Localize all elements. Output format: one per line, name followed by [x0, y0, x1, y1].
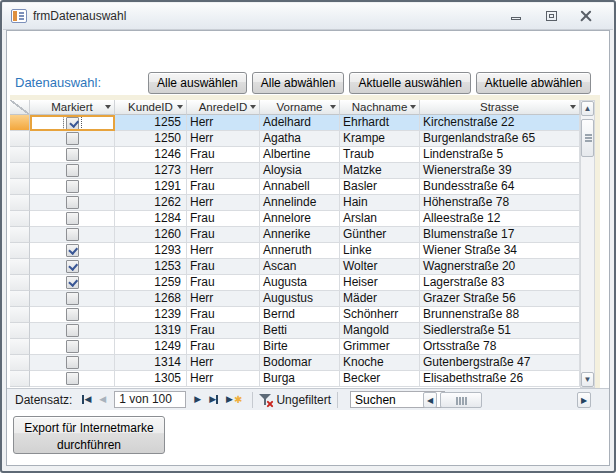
row-selector[interactable] [10, 291, 30, 307]
strasse-cell[interactable]: Ortsstraße 78 [420, 339, 580, 355]
markiert-cell[interactable] [30, 163, 115, 179]
strasse-cell[interactable]: Wagnerstraße 20 [420, 259, 580, 275]
strasse-cell[interactable]: Bundesstraße 64 [420, 179, 580, 195]
checkbox-unchecked-icon[interactable] [66, 292, 79, 305]
checkbox-unchecked-icon[interactable] [66, 324, 79, 337]
vertical-scrollbar-thumb[interactable] [581, 119, 594, 157]
anredeid-cell[interactable]: Frau [187, 275, 260, 291]
anredeid-cell[interactable]: Frau [187, 339, 260, 355]
selection-button-0[interactable]: Alle auswählen [148, 72, 247, 94]
kundeid-cell[interactable]: 1259 [115, 275, 187, 291]
row-selector[interactable] [10, 275, 30, 291]
strasse-cell[interactable]: Wienerstraße 39 [420, 163, 580, 179]
kundeid-cell[interactable]: 1293 [115, 243, 187, 259]
kundeid-cell[interactable]: 1239 [115, 307, 187, 323]
checkbox-unchecked-icon[interactable] [66, 132, 79, 145]
vorname-cell[interactable]: Agatha [260, 131, 340, 147]
vorname-cell[interactable]: Anneruth [260, 243, 340, 259]
vorname-cell[interactable]: Birte [260, 339, 340, 355]
column-header-kundeid[interactable]: KundeID [115, 100, 187, 115]
column-dropdown-icon[interactable] [330, 105, 336, 109]
vorname-cell[interactable]: Annerike [260, 227, 340, 243]
kundeid-cell[interactable]: 1314 [115, 355, 187, 371]
kundeid-cell[interactable]: 1305 [115, 371, 187, 387]
scroll-down-icon[interactable]: ▼ [581, 372, 594, 387]
anredeid-cell[interactable]: Frau [187, 259, 260, 275]
nachname-cell[interactable]: Krampe [340, 131, 420, 147]
nachname-cell[interactable]: Traub [340, 147, 420, 163]
selection-button-3[interactable]: Aktuelle abwählen [476, 72, 591, 94]
anredeid-cell[interactable]: Herr [187, 195, 260, 211]
kundeid-cell[interactable]: 1255 [115, 115, 187, 131]
row-selector[interactable] [10, 371, 30, 387]
strasse-cell[interactable]: Blumenstraße 17 [420, 227, 580, 243]
last-record-icon[interactable]: ▶ [209, 395, 218, 404]
checkbox-checked-icon[interactable] [66, 244, 79, 257]
anredeid-cell[interactable]: Herr [187, 163, 260, 179]
horizontal-scrollbar-thumb[interactable] [440, 392, 482, 408]
vertical-scrollbar[interactable]: ▲ ▼ [580, 100, 595, 388]
column-dropdown-icon[interactable] [410, 105, 416, 109]
markiert-cell[interactable] [30, 179, 115, 195]
restore-icon[interactable] [545, 11, 558, 22]
nachname-cell[interactable]: Matzke [340, 163, 420, 179]
row-selector[interactable] [10, 131, 30, 147]
row-selector[interactable] [10, 179, 30, 195]
strasse-cell[interactable]: Elisabethstraße 26 [420, 371, 580, 387]
nachname-cell[interactable]: Arslan [340, 211, 420, 227]
markiert-cell[interactable] [30, 259, 115, 275]
anredeid-cell[interactable]: Frau [187, 147, 260, 163]
nachname-cell[interactable]: Ehrhardt [340, 115, 420, 131]
strasse-cell[interactable]: Lindenstraße 5 [420, 147, 580, 163]
filter-icon[interactable] [259, 393, 272, 406]
row-selector[interactable] [10, 339, 30, 355]
kundeid-cell[interactable]: 1291 [115, 179, 187, 195]
strasse-cell[interactable]: Burgenlandstraße 65 [420, 131, 580, 147]
close-icon[interactable] [580, 11, 593, 22]
strasse-cell[interactable]: Gutenbergstraße 47 [420, 355, 580, 371]
first-record-icon[interactable]: ◀ [82, 395, 91, 404]
checkbox-unchecked-icon[interactable] [66, 228, 79, 241]
markiert-cell[interactable] [30, 323, 115, 339]
row-selector[interactable] [10, 115, 30, 131]
row-selector[interactable] [10, 355, 30, 371]
row-selector[interactable] [10, 243, 30, 259]
hscroll-right-icon[interactable]: ▶ [577, 392, 591, 408]
anredeid-cell[interactable]: Frau [187, 211, 260, 227]
markiert-cell[interactable] [30, 147, 115, 163]
anredeid-cell[interactable]: Frau [187, 179, 260, 195]
markiert-cell[interactable] [30, 115, 115, 131]
checkbox-checked-icon[interactable] [66, 117, 79, 130]
nachname-cell[interactable]: Mangold [340, 323, 420, 339]
anredeid-cell[interactable]: Frau [187, 227, 260, 243]
column-dropdown-icon[interactable] [250, 105, 256, 109]
export-internetmarke-button[interactable]: Export für Internetmarke durchführen [13, 416, 165, 454]
column-header-vorname[interactable]: Vorname [260, 100, 340, 115]
column-header-anredeid[interactable]: AnredeID [187, 100, 260, 115]
markiert-cell[interactable] [30, 131, 115, 147]
checkbox-unchecked-icon[interactable] [66, 148, 79, 161]
kundeid-cell[interactable]: 1246 [115, 147, 187, 163]
nachname-cell[interactable]: Schönherr [340, 307, 420, 323]
anredeid-cell[interactable]: Frau [187, 323, 260, 339]
row-selector[interactable] [10, 323, 30, 339]
markiert-cell[interactable] [30, 371, 115, 387]
vorname-cell[interactable]: Annabell [260, 179, 340, 195]
markiert-cell[interactable] [30, 291, 115, 307]
strasse-cell[interactable]: Brunnenstraße 88 [420, 307, 580, 323]
anredeid-cell[interactable]: Herr [187, 371, 260, 387]
nachname-cell[interactable]: Günther [340, 227, 420, 243]
vorname-cell[interactable]: Augustus [260, 291, 340, 307]
checkbox-unchecked-icon[interactable] [66, 212, 79, 225]
checkbox-unchecked-icon[interactable] [66, 196, 79, 209]
kundeid-cell[interactable]: 1260 [115, 227, 187, 243]
checkbox-unchecked-icon[interactable] [66, 180, 79, 193]
row-selector[interactable] [10, 211, 30, 227]
selection-button-2[interactable]: Aktuelle auswählen [349, 72, 470, 94]
strasse-cell[interactable]: Wiener Straße 34 [420, 243, 580, 259]
strasse-cell[interactable]: Grazer Straße 56 [420, 291, 580, 307]
anredeid-cell[interactable]: Herr [187, 115, 260, 131]
strasse-cell[interactable]: Alleestraße 12 [420, 211, 580, 227]
nachname-cell[interactable]: Linke [340, 243, 420, 259]
nachname-cell[interactable]: Knoche [340, 355, 420, 371]
